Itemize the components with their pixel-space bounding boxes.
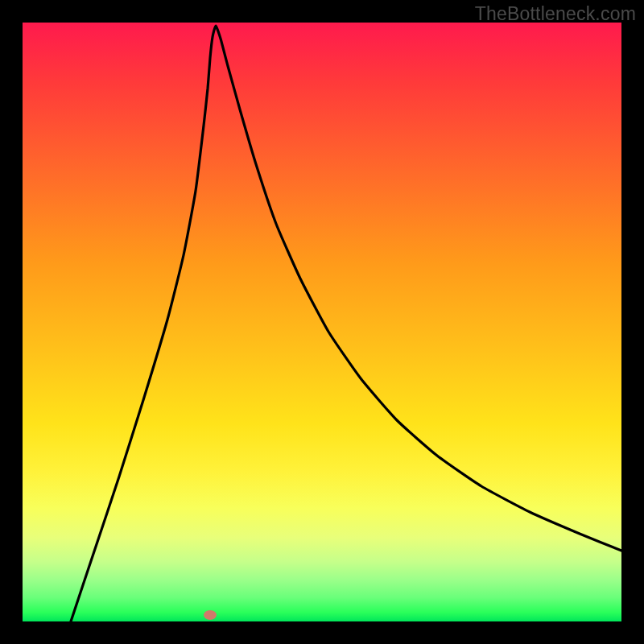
bottleneck-curve — [23, 23, 621, 621]
curve-path — [71, 26, 621, 621]
chart-frame: TheBottleneck.com — [0, 0, 644, 644]
plot-area — [23, 23, 621, 621]
minimum-marker — [204, 610, 217, 620]
watermark-text: TheBottleneck.com — [475, 3, 636, 25]
